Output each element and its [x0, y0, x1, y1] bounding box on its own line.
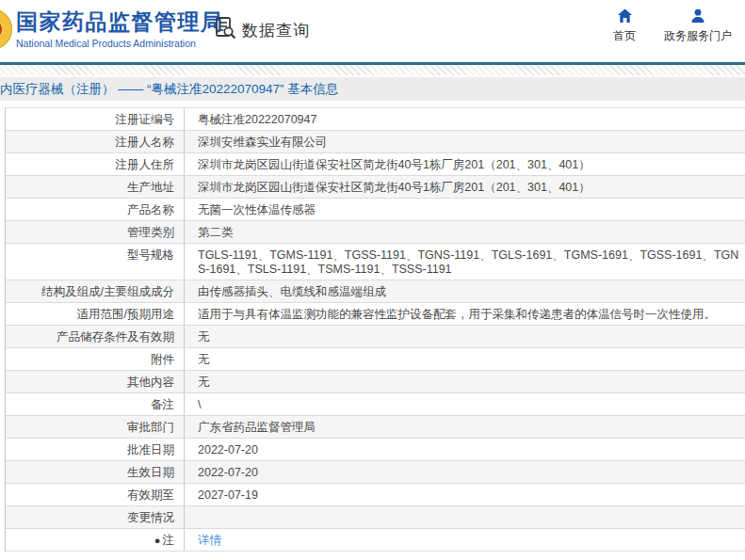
row-value: 无菌一次性体温传感器 [185, 199, 745, 220]
table-row: ●注详情 [6, 529, 745, 552]
table-row: 型号规格TGLS-1191、TGMS-1191、TGSS-1191、TGNS-1… [6, 244, 745, 280]
row-value: 深圳市龙岗区园山街道保安社区简龙街40号1栋厂房201（201、301、401） [185, 153, 745, 175]
table-row: 审批部门广东省药品监督管理局 [6, 416, 745, 439]
table-row: 注册人住所深圳市龙岗区园山街道保安社区简龙街40号1栋厂房201（201、301… [6, 153, 745, 176]
table-row: 产品名称无菌一次性体温传感器 [6, 199, 745, 221]
page-title: 内医疗器械（注册） —— “粤械注准20222070947” 基本信息 [0, 81, 338, 98]
row-value: 详情 [185, 529, 745, 551]
site-header: 国家药品监督管理局 National Medical Products Admi… [0, 0, 745, 62]
row-value: 广东省药品监督管理局 [185, 416, 745, 438]
row-value: 无 [185, 348, 745, 370]
national-emblem-logo [0, 8, 12, 50]
hatched-strip [0, 65, 745, 75]
row-value: 第二类 [185, 221, 745, 243]
table-row: 生产地址深圳市龙岗区园山街道保安社区简龙街40号1栋厂房201（201、301、… [6, 176, 745, 199]
table-row: 注册人名称深圳安维森实业有限公司 [6, 131, 745, 153]
row-label: 有效期至 [6, 484, 185, 505]
row-label: 注册人名称 [6, 131, 185, 152]
row-label: 审批部门 [6, 416, 185, 438]
table-row: 批准日期2022-07-20 [6, 439, 745, 461]
row-value [185, 506, 745, 528]
note-icon: ● [154, 535, 161, 546]
user-icon [690, 8, 705, 24]
row-label: 适用范围/预期用途 [6, 303, 185, 325]
home-icon [617, 8, 633, 24]
nav-gov-portal-label: 政务服务门户 [664, 28, 732, 44]
row-label: 注册人住所 [6, 153, 185, 175]
row-label: 结构及组成/主要组成成分 [6, 280, 185, 302]
row-label: 附件 [6, 348, 185, 370]
row-value: 适用于与具有体温监测功能的兼容性监护设备配套，用于采集和传递患者的体温信号时一次… [185, 303, 745, 325]
row-value: TGLS-1191、TGMS-1191、TGSS-1191、TGNS-1191、… [185, 244, 745, 280]
data-query-section: 数据查询 [213, 16, 310, 44]
row-label: 其他内容 [6, 371, 185, 392]
row-label: 管理类别 [6, 221, 185, 243]
table-row: 结构及组成/主要组成成分由传感器插头、电缆线和感温端组成 [6, 280, 745, 303]
row-label: 生效日期 [6, 461, 185, 483]
nav-home-label: 首页 [613, 28, 636, 44]
brand-title-zh: 国家药品监督管理局 [16, 9, 224, 36]
brand-block: 国家药品监督管理局 National Medical Products Admi… [16, 9, 224, 49]
row-label: ●注 [6, 529, 185, 551]
table-row: 产品储存条件及有效期无 [6, 326, 745, 348]
table-row: 有效期至2027-07-19 [6, 484, 745, 506]
details-link[interactable]: 详情 [198, 534, 221, 547]
table-row: 附件无 [6, 348, 745, 371]
info-table: 注册证编号粤械注准20222070947注册人名称深圳安维森实业有限公司注册人住… [5, 107, 745, 552]
page-title-band: 内医疗器械（注册） —— “粤械注准20222070947” 基本信息 [0, 77, 745, 101]
row-label: 注册证编号 [6, 108, 185, 130]
table-row: 生效日期2022-07-20 [6, 461, 745, 484]
row-value: \ [185, 393, 745, 415]
row-label: 批准日期 [6, 439, 185, 460]
nav-home[interactable]: 首页 [613, 8, 636, 44]
row-value: 无 [185, 326, 745, 347]
row-value: 粤械注准20222070947 [185, 108, 745, 130]
row-label: 产品储存条件及有效期 [6, 326, 185, 347]
row-value: 2027-07-19 [185, 484, 745, 505]
data-query-label: 数据查询 [242, 20, 310, 41]
row-value: 深圳安维森实业有限公司 [185, 131, 745, 152]
row-label: 备注 [6, 393, 185, 415]
table-row: 适用范围/预期用途适用于与具有体温监测功能的兼容性监护设备配套，用于采集和传递患… [6, 303, 745, 326]
document-search-icon [213, 16, 237, 44]
row-label: 变更情况 [6, 506, 185, 528]
table-row: 注册证编号粤械注准20222070947 [6, 108, 745, 131]
row-label: 生产地址 [6, 176, 185, 198]
table-row: 备注\ [6, 393, 745, 416]
header-nav: 首页 政务服务门户 [613, 8, 732, 44]
table-row: 变更情况 [6, 506, 745, 529]
row-value: 无 [185, 371, 745, 392]
row-value: 2022-07-20 [185, 439, 745, 460]
row-value: 由传感器插头、电缆线和感温端组成 [185, 280, 745, 302]
nav-gov-portal[interactable]: 政务服务门户 [664, 8, 732, 44]
row-value: 2022-07-20 [185, 461, 745, 483]
row-value: 深圳市龙岗区园山街道保安社区简龙街40号1栋厂房201（201、301、401） [185, 176, 745, 198]
row-label: 型号规格 [6, 244, 185, 280]
table-row: 管理类别第二类 [6, 221, 745, 244]
row-label: 产品名称 [6, 199, 185, 220]
brand-title-en: National Medical Products Administration [16, 38, 224, 49]
table-row: 其他内容无 [6, 371, 745, 393]
